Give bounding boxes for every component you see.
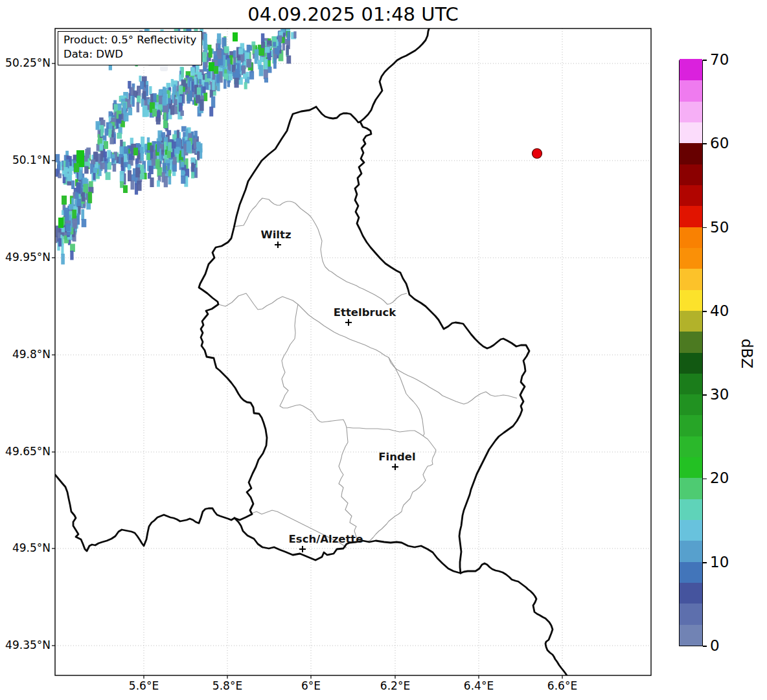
- echo-cell: [255, 59, 258, 63]
- echo-cell: [181, 162, 184, 168]
- echo-cell-strong: [214, 66, 218, 74]
- colorbar-segment: [680, 436, 702, 457]
- echo-cell: [241, 53, 245, 61]
- colorbar-segment: [680, 289, 702, 311]
- echo-cell: [247, 45, 251, 54]
- echo-cell: [194, 131, 198, 139]
- echo-cell: [190, 91, 192, 102]
- city-label: Wiltz: [260, 229, 291, 241]
- echo-cell: [124, 113, 129, 122]
- echo-cell: [128, 153, 133, 160]
- echo-cell: [84, 184, 88, 194]
- echo-cell: [128, 107, 133, 115]
- colorbar-segment: [680, 373, 702, 394]
- colorbar-tick-mark: [703, 60, 707, 61]
- colorbar-tick-mark: [703, 562, 707, 563]
- echo-cell: [279, 36, 282, 43]
- echo-cell: [144, 144, 147, 150]
- colorbar-segment: [680, 269, 702, 290]
- echo-cell: [75, 192, 79, 199]
- echo-cell: [163, 113, 166, 122]
- echo-cell: [61, 254, 65, 265]
- echo-cell: [255, 49, 259, 60]
- y-tick-label: 49.5°N: [1, 541, 51, 554]
- colorbar-tick-mark: [703, 143, 707, 144]
- echo-cell: [117, 133, 122, 139]
- echo-cell: [261, 34, 264, 43]
- city-label: Ettelbruck: [334, 306, 396, 319]
- colorbar-segment: [680, 164, 702, 185]
- echo-cell: [88, 192, 92, 203]
- x-tick-label: 6°E: [282, 679, 340, 692]
- echo-cell-strong: [62, 196, 67, 205]
- echo-cell: [81, 209, 84, 220]
- echo-cell: [287, 32, 290, 41]
- echo-cell-strong: [152, 109, 157, 117]
- echo-cell: [162, 97, 166, 106]
- echo-cell-strong: [163, 120, 168, 128]
- echo-cell: [149, 86, 152, 95]
- y-tick-label: 49.95°N: [1, 251, 51, 264]
- echo-cell: [235, 78, 239, 87]
- echo-cell: [123, 102, 126, 110]
- colorbar-tick-mark: [703, 394, 707, 396]
- echo-cell-strong: [209, 62, 214, 71]
- colorbar-tick-label: 20: [710, 471, 729, 486]
- colorbar-tick-mark: [703, 479, 707, 480]
- echo-cell: [116, 119, 119, 128]
- echo-cell: [65, 223, 71, 231]
- echo-cell: [243, 74, 247, 79]
- echo-cell: [273, 42, 276, 47]
- echo-cell: [223, 79, 227, 89]
- echo-cell: [161, 132, 165, 137]
- echo-cell: [163, 104, 168, 114]
- echo-cell: [286, 45, 289, 55]
- echo-cell-strong: [74, 163, 79, 172]
- info-box: Product: 0.5° Reflectivity Data: DWD: [58, 31, 202, 65]
- echo-cell: [166, 130, 171, 135]
- echo-cell: [82, 219, 87, 227]
- echo-cell: [217, 34, 221, 45]
- echo-cell: [293, 31, 296, 38]
- echo-cell: [93, 167, 97, 173]
- echo-cell: [170, 105, 174, 115]
- colorbar-tick-label: 30: [710, 387, 729, 402]
- y-tick-label: 49.8°N: [1, 348, 51, 361]
- colorbar-segment: [680, 185, 702, 206]
- echo-cell: [72, 210, 76, 220]
- y-tick-label: 49.35°N: [1, 638, 51, 651]
- echo-cell: [71, 181, 74, 189]
- echo-cell: [197, 87, 201, 96]
- echo-cell: [209, 48, 212, 58]
- echo-cell: [84, 166, 89, 174]
- echo-cell: [62, 227, 65, 232]
- colorbar-segment: [680, 310, 702, 332]
- echo-cell: [135, 168, 141, 177]
- echo-cell: [211, 96, 215, 108]
- echo-cell: [150, 177, 154, 187]
- echo-cell: [163, 163, 166, 174]
- echo-cell: [58, 161, 61, 170]
- echo-cell: [77, 214, 80, 225]
- echo-cell: [150, 94, 154, 104]
- echo-cell: [218, 44, 221, 49]
- echo-cell: [82, 192, 85, 202]
- echo-cell: [191, 163, 194, 173]
- echo-cell: [196, 142, 201, 148]
- echo-cell: [181, 175, 185, 184]
- echo-cell: [108, 129, 111, 137]
- echo-cell: [84, 157, 87, 162]
- echo-cell: [229, 74, 233, 80]
- echo-cell: [191, 172, 194, 178]
- echo-cell: [119, 114, 121, 124]
- echo-cell: [158, 104, 163, 109]
- echo-cell: [100, 151, 104, 162]
- x-tick-label: 6.4°E: [450, 679, 508, 692]
- echo-cell: [179, 85, 183, 95]
- echo-cell: [106, 172, 111, 180]
- colorbar-tick-mark: [703, 311, 707, 312]
- echo-cell: [181, 67, 184, 78]
- echo-cell: [172, 134, 176, 139]
- echo-cell: [179, 103, 183, 112]
- city-label: Esch/Alzette: [289, 533, 363, 545]
